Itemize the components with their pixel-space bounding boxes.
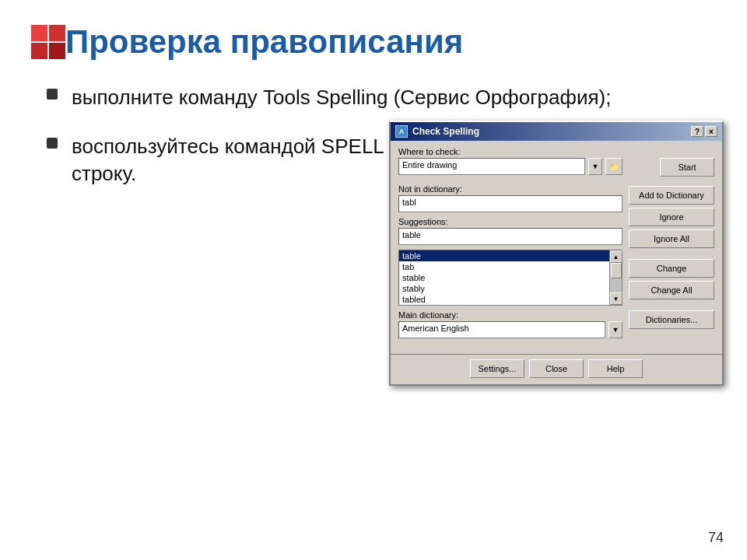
help-dialog-button[interactable]: Help <box>588 359 643 378</box>
bullet-icon <box>47 138 58 149</box>
settings-button[interactable]: Settings... <box>470 359 524 378</box>
where-to-check-main: Entire drawing ▼ 📁 Start <box>398 158 714 180</box>
dialog-help-button[interactable]: ? <box>691 126 703 137</box>
not-in-dictionary-label: Not in dictionary: <box>398 184 622 194</box>
scroll-up-btn[interactable]: ▲ <box>610 250 622 263</box>
not-in-dictionary-row: Not in dictionary: tabl <box>398 184 622 212</box>
scroll-thumb[interactable] <box>611 263 622 278</box>
spacer <box>629 251 714 256</box>
main-dictionary-dropdown[interactable]: ▼ <box>608 321 622 338</box>
title-icon <box>31 25 65 59</box>
where-to-check-left: Entire drawing ▼ 📁 <box>398 158 622 180</box>
dialog-title: Check Spelling <box>412 126 479 137</box>
list-item[interactable]: stably <box>399 283 609 294</box>
change-button[interactable]: Change <box>629 259 714 278</box>
suggestions-listbox[interactable]: table tab stable stably tabled ▲ <box>398 250 622 306</box>
main-dictionary-label: Main dictionary: <box>398 310 622 320</box>
add-to-dictionary-button[interactable]: Add to Dictionary <box>629 186 714 205</box>
scroll-track <box>610 263 622 292</box>
list-item[interactable]: stable <box>399 272 609 283</box>
title-area: Проверка правописания <box>0 0 747 76</box>
listbox-items: table tab stable stably tabled <box>399 250 609 305</box>
spacer2 <box>629 303 714 307</box>
dictionaries-button[interactable]: Dictionaries... <box>629 310 714 329</box>
where-to-check-input[interactable]: Entire drawing <box>398 158 585 175</box>
dialog-titlebar: A Check Spelling ? × <box>391 122 722 141</box>
where-to-check-input-row: Entire drawing ▼ 📁 <box>398 158 622 175</box>
suggestions-input[interactable]: table <box>398 228 622 245</box>
scroll-down-btn[interactable]: ▼ <box>610 292 622 305</box>
dialog-title-left: A Check Spelling <box>395 125 479 138</box>
list-item: выполните команду Tools Spelling (Сервис… <box>47 84 716 111</box>
check-spelling-dialog: A Check Spelling ? × Where to check: Ent… <box>389 121 724 386</box>
slide: Проверка правописания выполните команду … <box>0 0 747 560</box>
list-item[interactable]: tabled <box>399 294 609 305</box>
ignore-all-button[interactable]: Ignore All <box>629 229 714 248</box>
suggestions-label: Suggestions: <box>398 217 622 226</box>
main-dictionary-input-row: American English ▼ <box>398 321 622 338</box>
dialog-close-button[interactable]: × <box>705 126 717 137</box>
where-to-check-label: Where to check: <box>398 147 714 156</box>
dialog-app-icon: A <box>395 125 408 138</box>
start-btn-area: Start <box>629 158 714 180</box>
suggestions-row: Suggestions: table <box>398 217 622 245</box>
list-item[interactable]: table <box>399 250 609 261</box>
dialog-body: Where to check: Entire drawing ▼ 📁 Start <box>391 141 722 349</box>
slide-title: Проверка правописания <box>65 23 463 61</box>
dialog-main-content: Not in dictionary: tabl Suggestions: tab… <box>398 184 714 343</box>
change-all-button[interactable]: Change All <box>629 281 714 299</box>
dialog-bottom-row: Settings... Close Help <box>391 354 722 384</box>
dialog-controls[interactable]: ? × <box>691 126 717 137</box>
where-to-check-row: Where to check: Entire drawing ▼ 📁 Start <box>398 147 714 180</box>
main-dictionary-row: Main dictionary: American English ▼ <box>398 310 622 338</box>
bullet-icon <box>47 89 58 100</box>
page-number: 74 <box>708 530 724 546</box>
list-item[interactable]: tab <box>399 261 609 272</box>
bullet-text-1: выполните команду Tools Spelling (Сервис… <box>72 84 611 111</box>
where-to-check-dropdown[interactable]: ▼ <box>588 158 602 175</box>
where-to-check-browse[interactable]: 📁 <box>605 158 622 175</box>
not-in-dictionary-input[interactable]: tabl <box>398 195 622 212</box>
ignore-button[interactable]: Ignore <box>629 208 714 226</box>
close-dialog-button[interactable]: Close <box>529 359 584 378</box>
listbox-scrollbar[interactable]: ▲ ▼ <box>609 250 622 305</box>
suggestions-list-row: table tab stable stably tabled ▲ <box>398 250 622 306</box>
start-button[interactable]: Start <box>660 158 714 177</box>
dialog-right-panel: Add to Dictionary Ignore Ignore All Chan… <box>629 184 714 343</box>
main-dictionary-input[interactable]: American English <box>398 321 605 338</box>
dialog-left-panel: Not in dictionary: tabl Suggestions: tab… <box>398 184 622 343</box>
